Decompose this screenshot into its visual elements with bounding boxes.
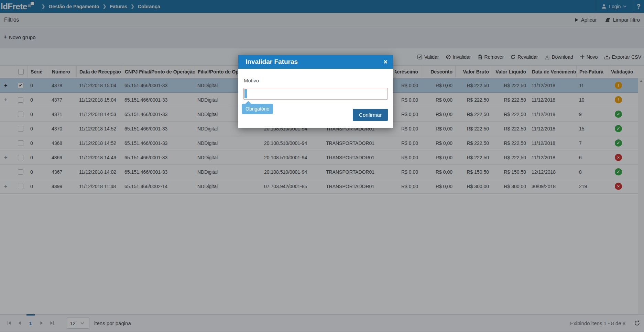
modal-backdrop [0, 0, 644, 332]
motivo-label: Motivo [244, 78, 259, 83]
motivo-input[interactable] [243, 88, 388, 100]
text-caret [244, 89, 247, 98]
confirm-button[interactable]: Confirmar [353, 109, 388, 121]
modal-header: Invalidar Faturas × [238, 55, 393, 69]
required-tooltip: Obrigatório [242, 104, 273, 114]
modal-title: Invalidar Faturas [245, 58, 298, 66]
modal-body: Motivo Obrigatório Confirmar [238, 69, 393, 128]
invalidate-invoices-modal: Invalidar Faturas × Motivo Obrigatório C… [238, 55, 393, 128]
close-icon[interactable]: × [381, 58, 390, 66]
